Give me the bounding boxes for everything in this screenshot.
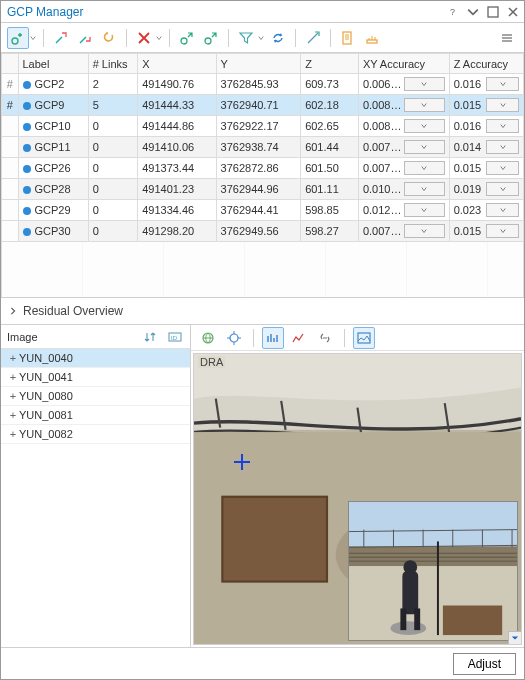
- dropdown-icon[interactable]: [404, 161, 445, 175]
- links-in-button[interactable]: [50, 27, 72, 49]
- links-out-button[interactable]: [74, 27, 96, 49]
- delete-button[interactable]: [133, 27, 155, 49]
- viewer-canvas[interactable]: DRA: [193, 353, 522, 645]
- dropdown-icon[interactable]: [486, 98, 519, 112]
- dropdown-icon[interactable]: [404, 140, 445, 154]
- cell-xy-accuracy[interactable]: 0.00781025: [358, 158, 449, 179]
- image-list-item[interactable]: +YUN_0080: [1, 387, 190, 406]
- cell-x: 491490.76: [138, 74, 216, 95]
- cell-xy-accuracy[interactable]: 0.00781025: [358, 137, 449, 158]
- chevron-right-icon: [9, 304, 17, 318]
- close-icon[interactable]: [506, 5, 520, 19]
- table-row[interactable]: #GCP95491444.333762940.71602.180.0086023…: [2, 95, 524, 116]
- refresh-button[interactable]: [267, 27, 289, 49]
- dropdown-icon[interactable]: [404, 119, 445, 133]
- dropdown-icon[interactable]: [486, 182, 519, 196]
- report-button[interactable]: [337, 27, 359, 49]
- cell-x: 491401.23: [138, 179, 216, 200]
- cell-z-accuracy[interactable]: 0.015: [449, 221, 523, 242]
- cell-z-accuracy[interactable]: 0.015: [449, 95, 523, 116]
- row-marker: [2, 137, 19, 158]
- gcp-dot-icon: [23, 165, 31, 173]
- import-button[interactable]: [176, 27, 198, 49]
- col-z-acc[interactable]: Z Accuracy: [449, 54, 523, 74]
- dropdown-icon[interactable]: [404, 98, 445, 112]
- target-button[interactable]: [223, 327, 245, 349]
- table-row[interactable]: GCP260491373.443762872.86601.500.0078102…: [2, 158, 524, 179]
- scroll-down-button[interactable]: [508, 631, 522, 645]
- add-gcp-button[interactable]: [7, 27, 29, 49]
- svg-rect-39: [414, 608, 420, 630]
- table-row[interactable]: GCP300491298.203762949.56598.270.0078102…: [2, 221, 524, 242]
- link-button[interactable]: [314, 327, 336, 349]
- add-gcp-dropdown[interactable]: [29, 27, 37, 49]
- dropdown-icon[interactable]: [404, 77, 445, 91]
- dropdown-icon[interactable]: [404, 203, 445, 217]
- col-links[interactable]: # Links: [88, 54, 138, 74]
- table-row[interactable]: #GCP22491490.763762845.93609.730.0064031…: [2, 74, 524, 95]
- cell-z-accuracy[interactable]: 0.016: [449, 74, 523, 95]
- cell-z: 602.65: [301, 116, 359, 137]
- cell-xy-accuracy[interactable]: 0.00860232: [358, 95, 449, 116]
- export-button[interactable]: [200, 27, 222, 49]
- col-label[interactable]: Label: [18, 54, 88, 74]
- image-list-item[interactable]: +YUN_0081: [1, 406, 190, 425]
- cell-xy-accuracy[interactable]: 0.01280624: [358, 200, 449, 221]
- col-z[interactable]: Z: [301, 54, 359, 74]
- residual-overview-header[interactable]: Residual Overview: [1, 297, 524, 324]
- undo-button[interactable]: [98, 27, 120, 49]
- dropdown-icon[interactable]: [486, 119, 519, 133]
- plus-icon: +: [7, 390, 19, 402]
- cell-z-accuracy[interactable]: 0.019: [449, 179, 523, 200]
- cell-xy-accuracy[interactable]: 0.00640312: [358, 74, 449, 95]
- dropdown-icon[interactable]: [404, 182, 445, 196]
- dropdown-icon[interactable]: [486, 224, 519, 238]
- maximize-icon[interactable]: [486, 5, 500, 19]
- measure-button[interactable]: [302, 27, 324, 49]
- sort-icon[interactable]: [142, 328, 160, 346]
- image-list-item[interactable]: +YUN_0041: [1, 368, 190, 387]
- table-row[interactable]: GCP100491444.863762922.17602.650.0086023…: [2, 116, 524, 137]
- dropdown-icon[interactable]: [404, 224, 445, 238]
- dropdown-icon[interactable]: [486, 140, 519, 154]
- delete-dropdown[interactable]: [155, 27, 163, 49]
- table-row[interactable]: GCP110491410.063762938.74601.440.0078102…: [2, 137, 524, 158]
- cell-z-accuracy[interactable]: 0.016: [449, 116, 523, 137]
- help-icon[interactable]: ?: [446, 5, 460, 19]
- dropdown-icon[interactable]: [466, 5, 480, 19]
- panel-menu-button[interactable]: [496, 27, 518, 49]
- settings-button[interactable]: [361, 27, 383, 49]
- col-xy-acc[interactable]: XY Accuracy: [358, 54, 449, 74]
- table-row[interactable]: GCP290491334.463762944.41598.850.0128062…: [2, 200, 524, 221]
- cell-xy-accuracy[interactable]: 0.01063014: [358, 179, 449, 200]
- cell-y: 3762940.71: [216, 95, 301, 116]
- main-toolbar: [1, 23, 524, 53]
- image-list-item[interactable]: +YUN_0040: [1, 349, 190, 368]
- chart-button[interactable]: [262, 327, 284, 349]
- table-row[interactable]: GCP280491401.233762944.96601.110.0106301…: [2, 179, 524, 200]
- id-icon[interactable]: ID: [166, 328, 184, 346]
- dropdown-icon[interactable]: [486, 161, 519, 175]
- adjust-button[interactable]: Adjust: [453, 653, 516, 675]
- cell-xy-accuracy[interactable]: 0.00860232: [358, 116, 449, 137]
- cell-z-accuracy[interactable]: 0.015: [449, 158, 523, 179]
- image-name: YUN_0081: [19, 409, 73, 421]
- cell-z-accuracy[interactable]: 0.014: [449, 137, 523, 158]
- dropdown-icon[interactable]: [486, 203, 519, 217]
- svg-rect-6: [367, 40, 377, 43]
- cell-xy-accuracy[interactable]: 0.00781025: [358, 221, 449, 242]
- gcp-dot-icon: [23, 81, 31, 89]
- cell-z: 601.44: [301, 137, 359, 158]
- col-x[interactable]: X: [138, 54, 216, 74]
- image-list-item[interactable]: +YUN_0082: [1, 425, 190, 444]
- filter-button[interactable]: [235, 27, 257, 49]
- svg-text:ID: ID: [171, 335, 178, 341]
- filter-dropdown[interactable]: [257, 27, 265, 49]
- image-button[interactable]: [353, 327, 375, 349]
- dropdown-icon[interactable]: [486, 77, 519, 91]
- profile-button[interactable]: [288, 327, 310, 349]
- svg-rect-36: [402, 571, 418, 614]
- col-y[interactable]: Y: [216, 54, 301, 74]
- globe-button[interactable]: [197, 327, 219, 349]
- cell-z-accuracy[interactable]: 0.023: [449, 200, 523, 221]
